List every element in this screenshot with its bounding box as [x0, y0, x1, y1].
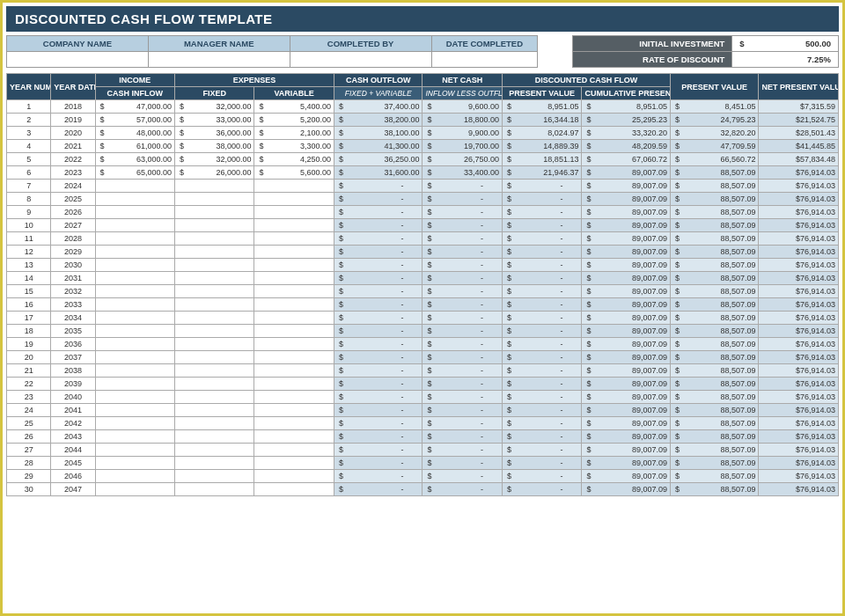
- cell-variable[interactable]: [254, 430, 334, 444]
- cell-fixed[interactable]: [175, 470, 254, 483]
- cell-variable[interactable]: [254, 206, 334, 219]
- cell-outflow[interactable]: $-: [334, 470, 422, 483]
- cell-pv[interactable]: $-: [502, 219, 581, 232]
- cell-cpv[interactable]: $89,007.09: [582, 298, 671, 312]
- cell-fixed[interactable]: [175, 404, 254, 417]
- manager-name-input[interactable]: [148, 52, 290, 68]
- cell-net[interactable]: $-: [422, 232, 502, 246]
- cell-cpv[interactable]: $48,209.59: [582, 140, 671, 153]
- cell-cpv[interactable]: $89,007.09: [582, 378, 671, 391]
- cell-cpv[interactable]: $89,007.09: [582, 180, 671, 193]
- cell-pv[interactable]: $-: [502, 404, 581, 417]
- cell-cpv[interactable]: $89,007.09: [582, 457, 671, 470]
- cell-fixed[interactable]: $32,000.00: [175, 153, 254, 166]
- cell-year-date[interactable]: 2040: [51, 391, 95, 404]
- cell-outflow[interactable]: $-: [334, 232, 422, 246]
- cell-outflow[interactable]: $41,300.00: [334, 140, 422, 153]
- cell-pv[interactable]: $-: [502, 325, 581, 338]
- cell-pv2[interactable]: $88,507.09: [670, 444, 759, 457]
- cell-cpv[interactable]: $89,007.09: [582, 364, 671, 378]
- cell-outflow[interactable]: $-: [334, 457, 422, 470]
- cell-inflow[interactable]: [95, 351, 174, 364]
- cell-cpv[interactable]: $89,007.09: [582, 470, 671, 483]
- cell-pv[interactable]: $-: [502, 180, 581, 193]
- cell-cpv[interactable]: $89,007.09: [582, 272, 671, 285]
- cell-variable[interactable]: [254, 325, 334, 338]
- cell-fixed[interactable]: [175, 285, 254, 298]
- cell-net[interactable]: $-: [422, 444, 502, 457]
- cell-year-date[interactable]: 2022: [51, 153, 95, 166]
- cell-inflow[interactable]: [95, 470, 174, 483]
- cell-year-date[interactable]: 2024: [51, 180, 95, 193]
- cell-cpv[interactable]: $89,007.09: [582, 483, 671, 496]
- cell-inflow[interactable]: $61,000.00: [95, 140, 174, 153]
- cell-year-date[interactable]: 2019: [51, 114, 95, 127]
- cell-net[interactable]: $-: [422, 312, 502, 325]
- cell-variable[interactable]: [254, 272, 334, 285]
- cell-inflow[interactable]: [95, 312, 174, 325]
- cell-year-date[interactable]: 2021: [51, 140, 95, 153]
- cell-cpv[interactable]: $89,007.09: [582, 404, 671, 417]
- cell-pv[interactable]: $-: [502, 430, 581, 444]
- cell-pv2[interactable]: $88,507.09: [670, 417, 759, 430]
- cell-cpv[interactable]: $89,007.09: [582, 246, 671, 259]
- cell-pv2[interactable]: $88,507.09: [670, 470, 759, 483]
- cell-pv[interactable]: $-: [502, 417, 581, 430]
- cell-inflow[interactable]: [95, 298, 174, 312]
- cell-pv2[interactable]: $88,507.09: [670, 180, 759, 193]
- rate-of-discount-value[interactable]: 7.25%: [732, 52, 839, 68]
- cell-outflow[interactable]: $-: [334, 338, 422, 351]
- cell-outflow[interactable]: $-: [334, 180, 422, 193]
- cell-inflow[interactable]: [95, 325, 174, 338]
- cell-net[interactable]: $26,750.00: [422, 153, 502, 166]
- cell-outflow[interactable]: $-: [334, 272, 422, 285]
- cell-variable[interactable]: [254, 219, 334, 232]
- cell-outflow[interactable]: $-: [334, 259, 422, 272]
- cell-pv2[interactable]: $8,451.05: [670, 100, 759, 114]
- cell-pv[interactable]: $-: [502, 272, 581, 285]
- cell-fixed[interactable]: [175, 417, 254, 430]
- cell-fixed[interactable]: [175, 246, 254, 259]
- cell-outflow[interactable]: $-: [334, 444, 422, 457]
- cell-pv2[interactable]: $88,507.09: [670, 351, 759, 364]
- cell-pv[interactable]: $-: [502, 259, 581, 272]
- cell-year-date[interactable]: 2042: [51, 417, 95, 430]
- cell-inflow[interactable]: [95, 457, 174, 470]
- cell-outflow[interactable]: $38,100.00: [334, 127, 422, 140]
- cell-pv2[interactable]: $88,507.09: [670, 285, 759, 298]
- cell-inflow[interactable]: $63,000.00: [95, 153, 174, 166]
- cell-outflow[interactable]: $-: [334, 193, 422, 206]
- cell-pv2[interactable]: $88,507.09: [670, 232, 759, 246]
- cell-net[interactable]: $-: [422, 483, 502, 496]
- cell-fixed[interactable]: [175, 338, 254, 351]
- cell-year-date[interactable]: 2028: [51, 232, 95, 246]
- cell-pv2[interactable]: $88,507.09: [670, 272, 759, 285]
- cell-pv2[interactable]: $88,507.09: [670, 430, 759, 444]
- cell-variable[interactable]: [254, 285, 334, 298]
- cell-outflow[interactable]: $36,250.00: [334, 153, 422, 166]
- cell-pv[interactable]: $-: [502, 444, 581, 457]
- cell-outflow[interactable]: $-: [334, 430, 422, 444]
- cell-pv[interactable]: $-: [502, 206, 581, 219]
- cell-pv[interactable]: $21,946.37: [502, 166, 581, 180]
- cell-inflow[interactable]: [95, 483, 174, 496]
- cell-pv[interactable]: $-: [502, 483, 581, 496]
- cell-inflow[interactable]: [95, 430, 174, 444]
- cell-outflow[interactable]: $-: [334, 219, 422, 232]
- cell-cpv[interactable]: $89,007.09: [582, 219, 671, 232]
- cell-fixed[interactable]: [175, 430, 254, 444]
- cell-inflow[interactable]: [95, 391, 174, 404]
- cell-pv2[interactable]: $88,507.09: [670, 166, 759, 180]
- cell-cpv[interactable]: $33,320.20: [582, 127, 671, 140]
- cell-pv2[interactable]: $88,507.09: [670, 325, 759, 338]
- cell-pv2[interactable]: $88,507.09: [670, 364, 759, 378]
- cell-variable[interactable]: [254, 470, 334, 483]
- cell-pv2[interactable]: $88,507.09: [670, 298, 759, 312]
- cell-fixed[interactable]: [175, 457, 254, 470]
- cell-fixed[interactable]: [175, 180, 254, 193]
- cell-inflow[interactable]: [95, 219, 174, 232]
- cell-outflow[interactable]: $-: [334, 391, 422, 404]
- cell-fixed[interactable]: $33,000.00: [175, 114, 254, 127]
- cell-inflow[interactable]: [95, 246, 174, 259]
- cell-pv[interactable]: $-: [502, 246, 581, 259]
